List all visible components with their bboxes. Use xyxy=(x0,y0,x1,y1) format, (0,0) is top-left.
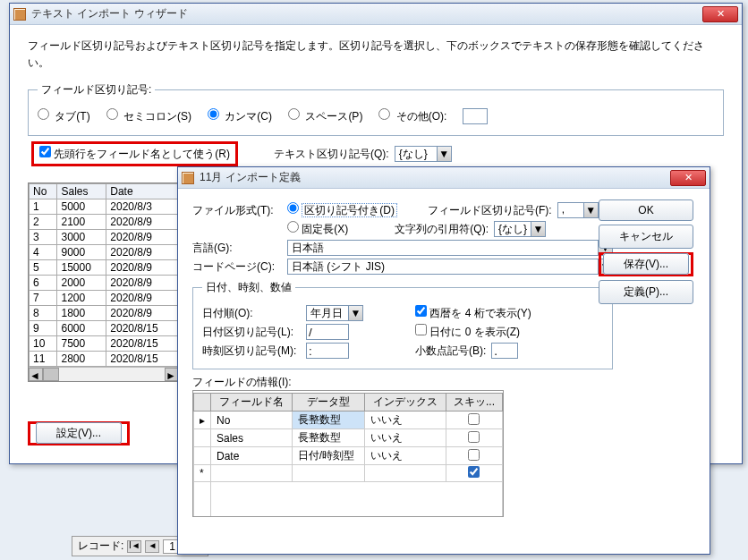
text-qualifier-label: テキスト区切り記号(Q): xyxy=(274,147,389,162)
settings-button[interactable]: 設定(V)... xyxy=(36,422,122,444)
spec-title: 11月 インポート定義 xyxy=(200,170,668,185)
spec-close-button[interactable]: ✕ xyxy=(670,170,706,186)
preview-h-scrollbar[interactable]: ◄ ► xyxy=(29,367,179,381)
wizard-content: フィールド区切り記号およびテキスト区切り記号を指定します。区切り記号を選択し、下… xyxy=(10,25,742,184)
date-order-label: 日付順(O): xyxy=(202,306,301,321)
radio-space[interactable]: スペース(P) xyxy=(288,108,362,124)
grid-new-row[interactable]: * xyxy=(194,465,503,482)
file-format-label: ファイル形式(T): xyxy=(192,203,282,218)
time-delim-label: 時刻区切り記号(M): xyxy=(202,344,301,359)
app-icon xyxy=(182,172,194,184)
table-row: 5150002020/8/9 xyxy=(30,260,179,276)
radio-semicolon[interactable]: セミコロン(S) xyxy=(106,108,191,124)
date-delim-input[interactable] xyxy=(306,324,349,340)
col-date: Date xyxy=(106,184,179,199)
date-order-combo[interactable]: 年月日▼ xyxy=(306,305,363,321)
ok-button[interactable]: OK xyxy=(599,199,693,221)
radio-fixed[interactable]: 固定長(X) xyxy=(287,221,348,237)
grid-col-fieldname: フィールド名 xyxy=(211,394,293,412)
chevron-down-icon: ▼ xyxy=(349,305,363,321)
table-row: 1128002020/8/15 xyxy=(30,352,179,367)
spec-titlebar: 11月 インポート定義 ✕ xyxy=(178,167,710,189)
radio-delimited[interactable]: 区切り記号付き(D) xyxy=(287,202,397,218)
skip-checkbox[interactable] xyxy=(468,449,480,461)
table-row: 818002020/8/9 xyxy=(30,306,179,321)
wizard-titlebar: テキスト インポート ウィザード ✕ xyxy=(10,4,742,25)
nav-prev[interactable]: ◄ xyxy=(145,540,159,553)
four-digit-year-checkbox[interactable]: 西暦を 4 桁で表示(Y) xyxy=(415,305,531,321)
intro-text: フィールド区切り記号およびテキスト区切り記号を指定します。区切り記号を選択し、下… xyxy=(28,38,724,72)
text-qualifier-spec-combo[interactable]: {なし}▼ xyxy=(494,221,546,237)
table-row: 1075002020/8/15 xyxy=(30,336,179,352)
radio-tab[interactable]: タブ(T) xyxy=(38,108,90,124)
table-row: 221002020/8/9 xyxy=(30,215,179,230)
grid-row[interactable]: Date日付/時刻型いいえ xyxy=(194,447,503,465)
decimal-input[interactable] xyxy=(491,343,518,359)
table-row: 620002020/8/9 xyxy=(30,276,179,291)
specs-button[interactable]: 定義(P)... xyxy=(599,280,693,304)
field-info-grid: フィールド名 データ型 インデックス スキッ... ▸No長整数型いいえ Sal… xyxy=(192,390,504,517)
chevron-down-icon: ▼ xyxy=(584,202,599,218)
chevron-down-icon: ▼ xyxy=(531,221,546,237)
record-label: レコード: xyxy=(78,539,123,554)
nav-first[interactable]: I◄ xyxy=(127,540,141,553)
grid-row[interactable]: ▸No長整数型いいえ xyxy=(194,412,503,429)
scroll-left-btn[interactable]: ◄ xyxy=(29,368,43,381)
table-row: 712002020/8/9 xyxy=(30,291,179,306)
first-row-header-checkbox[interactable]: 先頭行をフィールド名として使う(R) xyxy=(39,148,230,160)
codepage-label: コードページ(C): xyxy=(192,259,282,275)
table-row: 330002020/8/9 xyxy=(30,230,179,245)
table-row: 960002020/8/15 xyxy=(30,321,179,336)
codepage-combo[interactable]: 日本語 (シフト JIS)▼ xyxy=(287,259,613,275)
table-row: 150002020/8/3 xyxy=(30,199,179,215)
preview-table: No Sales Date 150002020/8/3 221002020/8/… xyxy=(28,182,180,382)
skip-checkbox[interactable] xyxy=(468,431,480,443)
language-combo[interactable]: 日本語▼ xyxy=(287,240,613,256)
row-marker-header xyxy=(194,394,211,412)
chevron-down-icon: ▼ xyxy=(438,146,452,162)
datetime-group-label: 日付、時刻、数値 xyxy=(202,280,295,295)
radio-comma[interactable]: カンマ(C) xyxy=(208,108,272,124)
radio-other[interactable]: その他(O): xyxy=(378,108,446,124)
save-button-highlight: 保存(V)... xyxy=(599,252,693,276)
skip-checkbox[interactable] xyxy=(468,413,480,425)
wizard-title: テキスト インポート ウィザード xyxy=(31,6,701,21)
skip-checkbox[interactable] xyxy=(468,466,480,478)
leading-zero-checkbox[interactable]: 日付に 0 を表示(Z) xyxy=(415,324,520,340)
other-delim-input[interactable] xyxy=(463,108,488,124)
delimiter-group-label: フィールド区切り記号: xyxy=(38,82,155,98)
settings-button-highlight: 設定(V)... xyxy=(28,421,130,445)
table-row: 490002020/8/9 xyxy=(30,245,179,260)
cancel-button[interactable]: キャンセル xyxy=(599,225,693,249)
date-delim-label: 日付区切り記号(L): xyxy=(202,325,301,340)
grid-row[interactable]: Sales長整数型いいえ xyxy=(194,429,503,447)
col-sales: Sales xyxy=(57,184,106,199)
col-no: No xyxy=(30,184,57,199)
grid-col-skip: スキッ... xyxy=(446,394,502,412)
field-delimiter-combo[interactable]: ,▼ xyxy=(557,202,599,218)
close-button[interactable]: ✕ xyxy=(702,6,738,22)
language-label: 言語(G): xyxy=(192,241,282,256)
fields-info-label: フィールドの情報(I): xyxy=(192,375,613,390)
text-qualifier-spec-label: 文字列の引用符(Q): xyxy=(395,222,489,237)
datetime-group: 日付、時刻、数値 日付順(O): 年月日▼ 日付区切り記号(L): 時刻区切り記… xyxy=(192,280,613,369)
delimiter-group: フィールド区切り記号: タブ(T) セミコロン(S) カンマ(C) スペース(P… xyxy=(28,82,724,136)
text-qualifier-combo[interactable]: {なし} ▼ xyxy=(395,146,452,162)
decimal-label: 小数点記号(B): xyxy=(415,344,486,359)
field-delimiter-label: フィールド区切り記号(F): xyxy=(428,203,552,218)
first-row-header-highlight: 先頭行をフィールド名として使う(R) xyxy=(31,141,238,166)
app-icon xyxy=(13,8,26,21)
time-delim-input[interactable] xyxy=(306,343,349,359)
grid-col-datatype: データ型 xyxy=(292,394,365,412)
grid-col-index: インデックス xyxy=(365,394,446,412)
spec-content: OK キャンセル 保存(V)... 定義(P)... ファイル形式(T): 区切… xyxy=(178,189,710,554)
spec-dialog: 11月 インポート定義 ✕ OK キャンセル 保存(V)... 定義(P)...… xyxy=(177,166,710,555)
save-button[interactable]: 保存(V)... xyxy=(603,253,689,275)
